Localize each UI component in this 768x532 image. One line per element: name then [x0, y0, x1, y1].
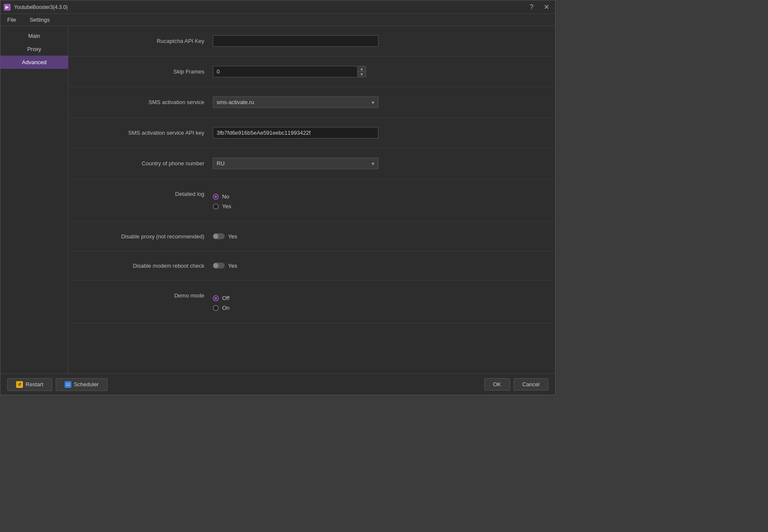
sms-service-control: sms-activate.ru other	[213, 96, 383, 108]
country-row: Country of phone number RU US UK DE	[68, 153, 555, 173]
country-section: Country of phone number RU US UK DE	[68, 148, 555, 179]
detailed-log-yes-label: Yes	[222, 203, 231, 209]
bottom-bar: ↺ Restart 12 Scheduler OK Cancel	[0, 374, 555, 395]
sms-service-row: SMS activation service sms-activate.ru o…	[68, 92, 555, 112]
disable-modem-toggle-item: Yes	[213, 263, 383, 269]
detailed-log-section: Detailed log No Yes	[68, 179, 555, 222]
detailed-log-label: Detailed log	[77, 191, 213, 197]
scheduler-icon: 12	[65, 381, 71, 388]
skip-frames-input[interactable]: 0	[213, 66, 357, 77]
scheduler-label: Scheduler	[74, 381, 99, 388]
country-wrapper: RU US UK DE	[213, 158, 378, 169]
disable-modem-section: Disable modem reboot check Yes	[68, 251, 555, 280]
spinner-down[interactable]: ▼	[358, 72, 366, 77]
disable-modem-control: Yes	[213, 263, 383, 269]
disable-proxy-toggle-label: Yes	[228, 233, 237, 240]
title-bar-left: ▶ YoutubeBooster3(4.3.0)	[4, 4, 68, 11]
country-select[interactable]: RU US UK DE	[213, 158, 378, 169]
main-content: Main Proxy Advanced Rucaptcha API Key Sk…	[0, 26, 555, 374]
menu-bar: File Settings	[0, 14, 555, 26]
sms-api-key-label: SMS activation service API key	[77, 130, 213, 136]
sms-api-key-control	[213, 127, 383, 139]
disable-proxy-control: Yes	[213, 233, 383, 240]
restart-button[interactable]: ↺ Restart	[7, 378, 52, 391]
spinner-up[interactable]: ▲	[358, 66, 366, 72]
demo-mode-label: Demo mode	[77, 292, 213, 299]
sms-api-key-section: SMS activation service API key	[68, 118, 555, 148]
sidebar-item-advanced[interactable]: Advanced	[0, 56, 68, 69]
disable-proxy-toggle[interactable]	[213, 233, 225, 239]
detailed-log-yes-radio	[213, 204, 219, 209]
detailed-log-radio-group: No Yes	[213, 191, 383, 212]
demo-mode-control: Off On	[213, 292, 383, 314]
disable-modem-toggle-label: Yes	[228, 263, 237, 269]
rucaptcha-control	[213, 35, 383, 47]
title-bar: ▶ YoutubeBooster3(4.3.0) ? ✕	[0, 0, 555, 14]
main-window: ▶ YoutubeBooster3(4.3.0) ? ✕ File Settin…	[0, 0, 556, 395]
detailed-log-control: No Yes	[213, 191, 383, 212]
rucaptcha-input[interactable]	[213, 35, 378, 47]
demo-mode-radio-group: Off On	[213, 292, 383, 314]
ok-button[interactable]: OK	[484, 378, 510, 391]
detailed-log-row: Detailed log No Yes	[68, 184, 555, 216]
sms-service-select[interactable]: sms-activate.ru other	[213, 96, 378, 108]
disable-proxy-section: Disable proxy (not recommended) Yes	[68, 222, 555, 251]
disable-proxy-row: Disable proxy (not recommended) Yes	[68, 227, 555, 246]
sidebar-item-proxy[interactable]: Proxy	[0, 42, 68, 56]
sms-service-section: SMS activation service sms-activate.ru o…	[68, 87, 555, 118]
demo-mode-on-label: On	[222, 305, 229, 311]
detailed-log-no-item[interactable]: No	[213, 193, 383, 200]
window-title: YoutubeBooster3(4.3.0)	[14, 4, 68, 10]
skip-frames-control: 0 ▲ ▼	[213, 66, 383, 77]
disable-modem-label: Disable modem reboot check	[77, 263, 213, 269]
restart-icon: ↺	[16, 381, 23, 388]
detailed-log-no-radio	[213, 194, 219, 200]
demo-mode-off-radio	[213, 295, 219, 301]
sms-service-label: SMS activation service	[77, 99, 213, 105]
restart-label: Restart	[25, 381, 43, 388]
demo-mode-off-label: Off	[222, 295, 229, 301]
sidebar-item-main[interactable]: Main	[0, 29, 68, 42]
close-button[interactable]: ✕	[541, 2, 552, 12]
empty-space	[68, 323, 555, 357]
skip-frames-label: Skip Frames	[77, 68, 213, 75]
disable-proxy-toggle-item: Yes	[213, 233, 383, 240]
title-bar-controls: ? ✕	[527, 2, 552, 12]
sidebar: Main Proxy Advanced	[0, 26, 68, 374]
disable-modem-row: Disable modem reboot check Yes	[68, 256, 555, 275]
scheduler-button[interactable]: 12 Scheduler	[56, 378, 108, 391]
sms-service-wrapper: sms-activate.ru other	[213, 96, 378, 108]
skip-frames-row: Skip Frames 0 ▲ ▼	[68, 62, 555, 82]
menu-file[interactable]: File	[4, 16, 20, 24]
country-control: RU US UK DE	[213, 158, 383, 169]
demo-mode-off-item[interactable]: Off	[213, 295, 383, 301]
rucaptcha-label: Rucaptcha API Key	[77, 38, 213, 44]
menu-settings[interactable]: Settings	[26, 16, 53, 24]
bottom-right: OK Cancel	[484, 378, 548, 391]
demo-mode-row: Demo mode Off On	[68, 286, 555, 318]
disable-modem-toggle[interactable]	[213, 263, 225, 269]
detailed-log-no-label: No	[222, 193, 229, 200]
cancel-button[interactable]: Cancel	[514, 378, 548, 391]
app-icon: ▶	[4, 4, 11, 11]
demo-mode-section: Demo mode Off On	[68, 280, 555, 323]
skip-frames-section: Skip Frames 0 ▲ ▼	[68, 57, 555, 87]
bottom-left: ↺ Restart 12 Scheduler	[7, 378, 107, 391]
demo-mode-on-item[interactable]: On	[213, 305, 383, 311]
skip-frames-spinner: 0 ▲ ▼	[213, 66, 383, 77]
help-button[interactable]: ?	[527, 3, 536, 12]
content-area: Rucaptcha API Key Skip Frames 0 ▲	[68, 26, 555, 374]
sms-api-key-row: SMS activation service API key	[68, 123, 555, 143]
demo-mode-on-radio	[213, 305, 219, 311]
rucaptcha-row: Rucaptcha API Key	[68, 31, 555, 51]
sms-api-key-input[interactable]	[213, 127, 378, 139]
spinner-buttons: ▲ ▼	[357, 66, 366, 77]
rucaptcha-section: Rucaptcha API Key	[68, 26, 555, 57]
disable-proxy-label: Disable proxy (not recommended)	[77, 233, 213, 240]
detailed-log-yes-item[interactable]: Yes	[213, 203, 383, 209]
country-label: Country of phone number	[77, 160, 213, 167]
